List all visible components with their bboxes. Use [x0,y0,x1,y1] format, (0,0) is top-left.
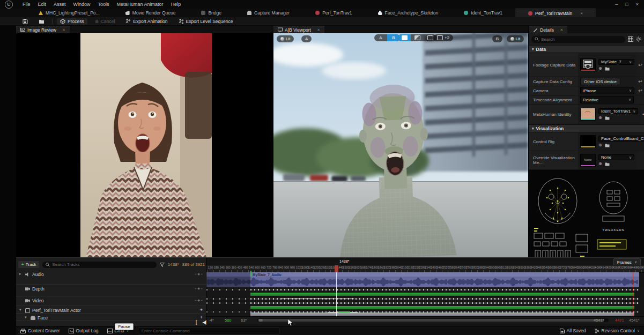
keyframes-row[interactable] [206,297,644,301]
track-search-input[interactable]: Search Tracks [42,262,156,268]
expander-icon[interactable]: ▾ [25,315,28,319]
menu-asset[interactable]: Asset [54,2,66,7]
asset-tab-mhc-lightingpreset-po-[interactable]: MHC_LightingPreset_Po... [26,9,113,17]
add-section-button[interactable]: + [200,308,203,312]
menu-window[interactable]: Window [73,2,91,7]
browse-to-asset-icon[interactable] [605,162,610,166]
lit-mode-button-a[interactable]: Lit [277,35,294,42]
tab-ab-viewport[interactable]: A|B Viewport × [273,26,324,33]
playback-start-field[interactable]: 560 [225,318,232,323]
expander-icon[interactable]: ▾ [19,308,23,312]
menu-file[interactable]: File [23,2,31,7]
browse-to-asset-icon[interactable] [605,143,610,147]
tab-image-review[interactable]: Image Review × [16,26,70,33]
close-icon[interactable]: × [560,27,563,32]
browse-to-asset-icon[interactable] [605,116,610,120]
multi-view-button[interactable]: +2 [433,34,453,41]
camera-a-button[interactable]: A [301,35,312,42]
sequencer-track-area[interactable]: Frames∨ 12018024030036042048054060066072… [206,258,644,326]
track-row-audio[interactable]: ▸Audio+ ◆ + [16,271,206,285]
asset-tab-ident-toritrav1[interactable]: Ident_ToriTrav1 [451,9,515,17]
content-browser-button[interactable] [35,18,48,25]
audio-clip-header[interactable]: MySlate_7_Audio [206,272,639,277]
track-row-face[interactable]: ▾Face+ [16,314,206,321]
add-section-button[interactable]: + [200,315,203,319]
asset-tab-movie-render-queue[interactable]: Movie Render Queue [113,9,189,17]
footage-thumbnail[interactable] [580,58,596,71]
video-keyframes-row[interactable] [206,301,644,305]
timeline-scrollbar[interactable] [257,318,609,322]
revision-control-button[interactable]: Revision Control∨ [595,328,640,333]
close-button[interactable]: × [636,2,639,7]
asset-tab-capture-manager[interactable]: Capture Manager [234,9,302,17]
playhead[interactable] [335,265,338,272]
settings-gear-icon[interactable] [636,36,641,42]
view-range-field[interactable]: -4* [209,318,214,323]
view-range-field[interactable]: 4541* [594,318,604,323]
override-visualization-dropdown[interactable]: None∨ [598,154,634,160]
use-selected-asset-icon[interactable]: ⊕ [598,66,602,71]
tab-details[interactable]: Details × [529,26,567,33]
asset-tab-perf-toritrav1[interactable]: Perf_ToriTrav1 [302,9,365,17]
menu-tools[interactable]: Tools [98,2,109,7]
scrollbar-handle[interactable] [258,319,604,322]
browse-to-asset-icon[interactable] [605,66,610,71]
use-selected-asset-icon[interactable]: ⊕ [598,143,602,147]
asset-tab-perf-toritravmain[interactable]: Perf_ToriTravMain× [515,9,596,17]
wipe-split-button[interactable] [411,34,424,41]
playback-start-marker[interactable] [250,271,251,277]
unreal-engine-logo-icon[interactable]: U [5,1,13,9]
jump-to-front-button[interactable]: [ [195,319,197,325]
asset-tab-bridge[interactable]: Bridge [188,9,234,17]
all-saved-indicator[interactable]: All Saved [560,328,586,333]
save-button[interactable] [19,18,31,25]
camera-b-button[interactable]: B [492,35,502,42]
metahuman-identity-dropdown[interactable]: Ident_ToriTrav1∨ [598,108,638,114]
minimize-button[interactable]: – [615,2,618,7]
toggle-a-button[interactable]: A [374,34,387,41]
details-section-visualization[interactable]: ▾ Visualization [529,124,644,132]
reset-to-default-button[interactable]: ↩ [636,79,644,84]
add-track-button[interactable]: +Track [18,261,39,268]
audio-waveform-track[interactable] [206,277,639,287]
menu-metahuman-animator[interactable]: MetaHuman Animator [117,2,164,7]
timeline-ruler[interactable]: 1201802403003604204805406006607207808409… [206,265,644,273]
menu-help[interactable]: Help [171,2,181,7]
face-section-bar[interactable] [206,312,644,316]
track-row-depth[interactable]: Depth+ ◆ + [16,285,206,296]
current-frame-field[interactable]: 1438* [168,262,179,267]
filter-icon[interactable] [160,263,165,267]
asset-tab-face-archetype-skeleton[interactable]: Face_Archetype_Skeleton [365,9,451,17]
reset-to-default-button[interactable]: ↩ [636,62,644,68]
control-rig-thumbnail[interactable] [580,135,596,148]
export-level-sequence-button[interactable]: Export Level Sequence [175,18,236,25]
use-selected-asset-icon[interactable]: ⊕ [598,115,602,120]
control-rig-dropdown[interactable]: Face_ControlBoard_Ct...∨ [598,136,644,142]
wipe-full-button[interactable] [398,34,411,41]
reset-to-default-button[interactable]: ↩ [640,111,644,117]
footage-capture-data-dropdown[interactable]: MySlate_7∨ [598,59,634,65]
track-row-perf-toritravmain-actor[interactable]: ▾Perf_ToriTravMain Actor+ [16,307,206,314]
depth-section-bar[interactable] [206,292,644,296]
details-search-input[interactable]: Search [531,36,625,43]
menu-edit[interactable]: Edit [38,2,47,7]
close-icon[interactable]: × [317,27,320,32]
ab-viewport-scene[interactable] [273,33,528,257]
expander-icon[interactable]: ▸ [19,272,23,276]
key-navigation-buttons[interactable]: + ◆ + [195,298,203,302]
track-row-video[interactable]: Video+ ◆ + [16,297,206,306]
close-icon[interactable]: × [63,27,65,32]
process-button[interactable]: Process [57,18,87,25]
use-selected-asset-icon[interactable]: ⊕ [598,161,602,166]
timecode-alignment-dropdown[interactable]: Relative∨ [580,96,634,103]
key-navigation-buttons[interactable]: + ◆ + [195,286,203,290]
lit-mode-button-b[interactable]: Lit [507,35,524,42]
close-icon[interactable]: × [580,11,583,16]
details-section-data[interactable]: ▾ Data [529,45,644,53]
frames-display-dropdown[interactable]: Frames∨ [613,258,641,266]
view-range-field[interactable]: 4541* [629,318,640,323]
content-drawer-button[interactable]: Content Drawer [20,328,60,333]
override-visualization-thumbnail[interactable]: None [580,154,596,167]
output-log-button[interactable]: Output Log [69,328,99,333]
display-filter-icon[interactable] [628,36,633,42]
